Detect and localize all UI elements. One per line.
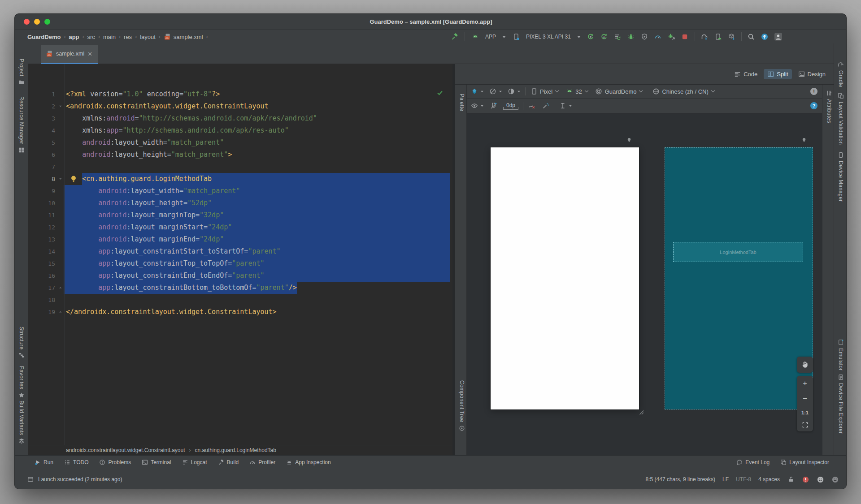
toolwindow-button-logcat[interactable]: Logcat	[182, 459, 207, 465]
fold-marker-icon[interactable]	[57, 100, 64, 112]
pack-selection-icon[interactable]	[559, 102, 566, 110]
titlebar[interactable]: GuardDemo – sample.xml [GuardDemo.app]	[15, 14, 847, 30]
tab-sample-xml[interactable]: <> sample.xml ✕	[41, 45, 98, 64]
device-menu[interactable]: Pixel	[530, 88, 558, 95]
clear-constraints-icon[interactable]	[528, 102, 535, 110]
breadcrumb-item[interactable]: app	[69, 34, 79, 40]
breadcrumb-item[interactable]: GuardDemo	[27, 34, 61, 40]
inspection-ok-icon[interactable]	[436, 89, 444, 96]
profile-icon[interactable]	[654, 33, 662, 41]
close-tab-icon[interactable]: ✕	[87, 51, 92, 57]
sidebar-item-structure[interactable]: Structure	[15, 327, 28, 358]
breadcrumb-item[interactable]: src	[87, 34, 95, 40]
xml-breadcrumb-item[interactable]: androidx.constraintlayout.widget.Constra…	[66, 447, 185, 453]
code-line-8[interactable]: 8 <cn.authing.guard.LoginMethodTab	[28, 173, 452, 185]
mode-code-button[interactable]: Code	[731, 69, 761, 79]
blueprint-preview-device[interactable]: LoginMethodTab	[665, 147, 813, 409]
code-line-1[interactable]: 1<?xml version="1.0" encoding="utf-8"?>	[28, 88, 452, 100]
code-line-6[interactable]: 6 android:layout_height="match_parent">	[28, 149, 452, 161]
sidebar-item-device-file-explorer[interactable]: Device File Explorer	[834, 374, 847, 434]
code-line-12[interactable]: 12 android:layout_marginStart="24dp"	[28, 221, 452, 233]
chevron-down-icon[interactable]	[502, 36, 506, 38]
run-with-coverage-icon[interactable]	[641, 33, 648, 41]
code-line-15[interactable]: 15 app:layout_constraintTop_toTopOf="par…	[28, 258, 452, 270]
zoom-in-button[interactable]: +	[803, 379, 807, 388]
breadcrumb-item[interactable]: main	[103, 34, 116, 40]
attach-debugger-icon[interactable]	[668, 33, 675, 41]
toolwindow-button-event-log[interactable]: Event Log	[736, 459, 770, 465]
render-lamp-icon[interactable]	[626, 137, 632, 144]
sidebar-item-emulator[interactable]: Emulator	[834, 339, 847, 370]
fold-marker-icon[interactable]	[57, 282, 64, 294]
mode-design-button[interactable]: Design	[795, 69, 829, 79]
code-line-16[interactable]: 16 app:layout_constraintEnd_toEndOf="par…	[28, 270, 452, 282]
error-indicator-icon[interactable]	[802, 476, 809, 483]
breadcrumb-item[interactable]: layout	[140, 34, 156, 40]
orientation-icon[interactable]	[489, 88, 496, 95]
run-tasks-icon[interactable]	[614, 33, 622, 41]
toolwindow-button-problems[interactable]: Problems	[99, 459, 131, 465]
api-level-menu[interactable]: 32	[565, 88, 587, 95]
code-line-10[interactable]: 10 android:layout_height="52dp"	[28, 197, 452, 209]
code-line-5[interactable]: 5 android:layout_width="match_parent"	[28, 137, 452, 149]
indent-setting[interactable]: 4 spaces	[758, 476, 780, 482]
render-lamp-icon[interactable]	[801, 137, 807, 144]
autoconnect-off-icon[interactable]	[490, 102, 497, 110]
device-manager-icon[interactable]	[714, 33, 722, 41]
view-options-icon[interactable]	[470, 102, 478, 110]
breadcrumb-item[interactable]: res	[124, 34, 132, 40]
code-line-13[interactable]: 13 android:layout_marginEnd="24dp"	[28, 233, 452, 246]
help-badge[interactable]: ?	[810, 102, 818, 109]
sidebar-item-resource-manager[interactable]: Resource Manager	[15, 96, 28, 153]
profile-avatar-icon[interactable]	[774, 33, 782, 41]
caret-position[interactable]: 8:5 (447 chars, 9 line breaks)	[646, 476, 715, 482]
code-line-4[interactable]: 4 xmlns:app="http://schemas.android.com/…	[28, 125, 452, 137]
zoom-to-fit-icon[interactable]	[802, 422, 809, 428]
design-surface-selector-icon[interactable]	[470, 88, 478, 95]
run-config-selector[interactable]: APP	[485, 34, 496, 40]
blueprint-loginmethodtab-widget[interactable]: LoginMethodTab	[673, 242, 803, 262]
night-mode-icon[interactable]	[507, 88, 515, 95]
tab-attributes[interactable]: Attributes	[822, 90, 836, 123]
toolwindow-button-build[interactable]: Build	[218, 459, 239, 465]
mode-split-button[interactable]: Split	[764, 69, 791, 79]
breadcrumb-item[interactable]: <>sample.xml	[164, 33, 203, 41]
locale-menu[interactable]: Chinese (zh / CN)	[652, 88, 714, 95]
stop-icon[interactable]	[681, 33, 689, 41]
code-editor[interactable]: 1<?xml version="1.0" encoding="utf-8"?>2…	[28, 64, 452, 445]
infer-constraints-icon[interactable]	[542, 102, 549, 110]
pan-tool-button[interactable]	[797, 357, 813, 373]
code-line-19[interactable]: 19</androidx.constraintlayout.widget.Con…	[28, 306, 452, 318]
file-encoding[interactable]: UTF-8	[736, 476, 751, 482]
gradle-sync-icon[interactable]	[701, 33, 709, 41]
theme-menu[interactable]: GuardDemo	[595, 88, 643, 95]
default-margin-selector[interactable]: 0dp	[503, 102, 518, 110]
code-line-18[interactable]: 18	[28, 294, 452, 306]
code-line-2[interactable]: 2<androidx.constraintlayout.widget.Const…	[28, 100, 452, 112]
design-preview-device[interactable]	[491, 147, 639, 409]
fold-marker-icon[interactable]	[57, 173, 64, 185]
toolwindow-button-layout-inspector[interactable]: Layout Inspector	[780, 459, 829, 465]
sidebar-item-layout-validation[interactable]: Layout Validation	[834, 93, 847, 145]
render-issues-badge[interactable]: !	[810, 88, 818, 95]
zoom-ratio-button[interactable]: 1:1	[801, 410, 809, 415]
line-separator[interactable]: LF	[722, 476, 729, 482]
code-line-7[interactable]: 7	[28, 161, 452, 173]
sidebar-item-favorites[interactable]: Favorites	[15, 366, 28, 398]
apply-code-changes-icon[interactable]: A	[600, 33, 608, 41]
search-everywhere-icon[interactable]	[748, 33, 755, 41]
code-line-9[interactable]: 9 android:layout_width="match_parent"	[28, 185, 452, 197]
toolwindow-button-app-inspection[interactable]: App Inspection	[286, 459, 330, 465]
toolwindow-button-profiler[interactable]: Profiler	[249, 459, 275, 465]
toolwindow-button-todo[interactable]: TODO	[64, 459, 88, 465]
code-line-3[interactable]: 3 xmlns:android="http://schemas.android.…	[28, 112, 452, 125]
sdk-manager-icon[interactable]	[728, 33, 735, 41]
debug-icon[interactable]	[627, 33, 635, 41]
rerun-icon[interactable]	[587, 33, 595, 41]
code-line-17[interactable]: 17 app:layout_constraintBottom_toBottomO…	[28, 282, 452, 294]
xml-breadcrumb-item[interactable]: cn.authing.guard.LoginMethodTab	[195, 447, 276, 453]
device-selector[interactable]: PIXEL 3 XL API 31	[526, 34, 571, 40]
zoom-out-button[interactable]: −	[803, 394, 807, 403]
code-line-14[interactable]: 14 app:layout_constraintStart_toStartOf=…	[28, 246, 452, 258]
code-line-11[interactable]: 11 android:layout_marginTop="32dp"	[28, 209, 452, 221]
